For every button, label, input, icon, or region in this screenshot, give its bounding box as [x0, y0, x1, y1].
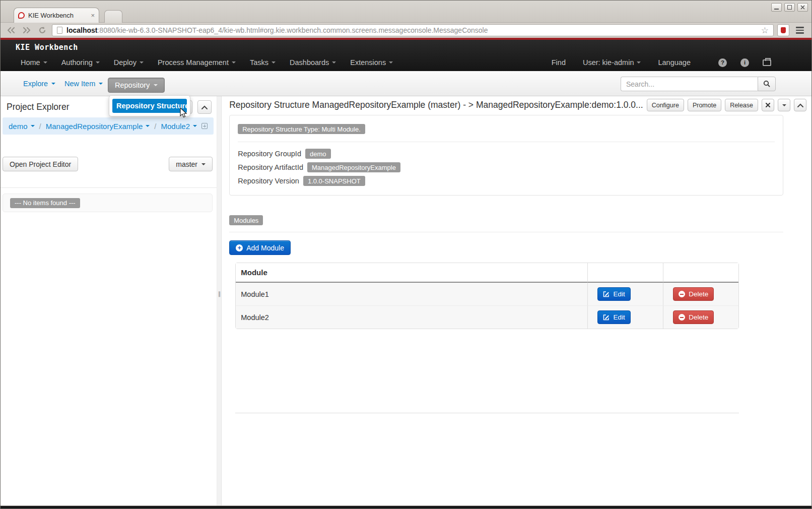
- chevron-down-icon: [96, 61, 100, 63]
- breadcrumb-separator: /: [39, 122, 41, 131]
- delete-cell: Delete: [663, 283, 738, 306]
- edit-cell: Edit: [587, 306, 663, 329]
- app-navbar: KIE Workbench Home Authoring Deploy Proc…: [1, 40, 811, 71]
- url-path: :8080/kie-wb-6.3.0-SNAPSHOT-eap6_4/kie-w…: [97, 26, 488, 34]
- module-name-cell: Module2: [236, 306, 587, 329]
- navbar-icons: ? i: [718, 56, 771, 69]
- menu-tasks[interactable]: Tasks: [250, 58, 276, 67]
- chevron-down-icon: [43, 61, 47, 63]
- mouse-cursor: [179, 107, 188, 118]
- chevron-down-icon: [232, 61, 236, 63]
- chevron-down-icon: [140, 61, 144, 63]
- structure-type-badge: Repository Structure Type: Multi Module.: [238, 124, 365, 134]
- search-group: [621, 77, 776, 91]
- field-value-badge: 1.0.0-SNAPSHOT: [303, 176, 365, 186]
- menu-authoring[interactable]: Authoring: [61, 58, 100, 67]
- menu-deploy[interactable]: Deploy: [114, 58, 144, 67]
- user-menu[interactable]: User: kie-admin: [583, 58, 641, 67]
- repository-menu-button[interactable]: Repository: [108, 78, 165, 93]
- browser-titlebar: KIE Workbench ×: [1, 1, 811, 23]
- edit-button[interactable]: Edit: [597, 287, 630, 301]
- table-row: Module2 Edit Delete: [236, 306, 738, 329]
- extension-icon: [781, 27, 786, 33]
- chevron-down-icon: [272, 61, 276, 63]
- browser-tab[interactable]: KIE Workbench ×: [14, 8, 99, 23]
- minus-circle-icon: [679, 314, 685, 321]
- menu-dashboards[interactable]: Dashboards: [290, 58, 336, 67]
- branch-selector[interactable]: master: [169, 157, 213, 171]
- help-icon[interactable]: ?: [718, 58, 727, 67]
- chevron-down-icon: [637, 61, 641, 63]
- close-icon: [766, 103, 770, 107]
- breadcrumb-project[interactable]: ManagedRepositoryExample: [46, 122, 150, 131]
- divider: [1, 187, 217, 188]
- info-icon[interactable]: i: [740, 58, 749, 67]
- project-explorer-actions: Open Project Editor master: [3, 157, 213, 171]
- breadcrumb-repository[interactable]: demo: [9, 122, 35, 131]
- field-label: Repository ArtifactId: [238, 163, 303, 171]
- maximize-button[interactable]: [784, 3, 795, 12]
- chevron-down-icon: [154, 84, 158, 86]
- chevron-down-icon: [389, 61, 393, 63]
- collapse-panel-button[interactable]: [197, 100, 212, 114]
- field-row: Repository GroupId demo: [238, 149, 775, 159]
- search-button[interactable]: [758, 77, 776, 91]
- language-menu[interactable]: Language: [658, 58, 691, 67]
- field-value-badge: demo: [305, 149, 331, 159]
- field-row: Repository ArtifactId ManagedRepositoryE…: [238, 162, 775, 172]
- chevron-down-icon: [332, 61, 336, 63]
- forward-icon[interactable]: [21, 25, 33, 36]
- new-tab-button[interactable]: [104, 10, 122, 23]
- delete-button[interactable]: Delete: [673, 310, 714, 324]
- module-name-cell: Module1: [236, 283, 587, 306]
- open-project-editor-button[interactable]: Open Project Editor: [3, 157, 78, 171]
- modules-table: Module Module1 Edit: [235, 263, 739, 329]
- reload-icon[interactable]: [36, 25, 48, 36]
- project-explorer-panel: Project Explorer demo / ManagedRepositor…: [1, 96, 217, 506]
- url-host: localhost: [66, 26, 97, 34]
- panel-splitter[interactable]: ∥: [217, 96, 222, 506]
- plus-circle-icon: +: [236, 244, 243, 251]
- explore-menu[interactable]: Explore: [23, 71, 55, 96]
- browser-toolbar: localhost:8080/kie-wb-6.3.0-SNAPSHOT-eap…: [1, 23, 811, 38]
- minimize-button[interactable]: [771, 3, 782, 12]
- empty-items-panel: --- No items found ---: [3, 194, 213, 212]
- extension-button[interactable]: [777, 24, 789, 36]
- tab-close-icon[interactable]: ×: [91, 12, 95, 19]
- menu-process-management[interactable]: Process Management: [158, 58, 236, 67]
- promote-button[interactable]: Promote: [688, 99, 721, 111]
- edit-pencil-icon: [603, 314, 610, 321]
- bookmark-star-icon[interactable]: ☆: [761, 26, 769, 35]
- page-icon: [57, 27, 62, 34]
- url-bar[interactable]: localhost:8080/kie-wb-6.3.0-SNAPSHOT-eap…: [52, 24, 774, 36]
- collapse-panel-button[interactable]: [794, 99, 806, 111]
- browser-menu-icon[interactable]: [793, 24, 807, 36]
- workspace: Project Explorer demo / ManagedRepositor…: [1, 96, 811, 506]
- find-menu[interactable]: Find: [552, 58, 566, 67]
- close-panel-button[interactable]: [762, 99, 774, 111]
- menu-home[interactable]: Home: [21, 58, 47, 67]
- back-icon[interactable]: [5, 25, 17, 36]
- perspective-toolbar: Explore New Item Repository: [1, 71, 811, 96]
- release-button[interactable]: Release: [725, 99, 758, 111]
- expand-plus-icon[interactable]: [201, 123, 208, 129]
- add-module-button[interactable]: + Add Module: [229, 240, 291, 255]
- close-button[interactable]: [797, 3, 808, 12]
- content-bottom-border: [235, 413, 739, 413]
- edit-pencil-icon: [603, 291, 610, 297]
- divider: [238, 142, 775, 142]
- add-module-wrap: + Add Module: [229, 240, 811, 255]
- breadcrumb-module[interactable]: Module2: [161, 122, 197, 131]
- column-header-module: Module: [236, 263, 587, 283]
- column-header-edit: [587, 263, 663, 283]
- briefcase-icon[interactable]: [763, 59, 771, 66]
- panel-menu-button[interactable]: [778, 99, 790, 111]
- menu-item-repository-structure[interactable]: Repository Structure: [112, 99, 187, 113]
- menu-extensions[interactable]: Extensions: [350, 58, 393, 67]
- new-item-menu[interactable]: New Item: [64, 71, 103, 96]
- delete-button[interactable]: Delete: [673, 287, 714, 301]
- edit-button[interactable]: Edit: [597, 310, 630, 324]
- configure-button[interactable]: Configure: [647, 99, 684, 111]
- repository-structure-panel: Repository Structure ManagedRepositoryEx…: [222, 96, 811, 506]
- search-input[interactable]: [621, 77, 758, 91]
